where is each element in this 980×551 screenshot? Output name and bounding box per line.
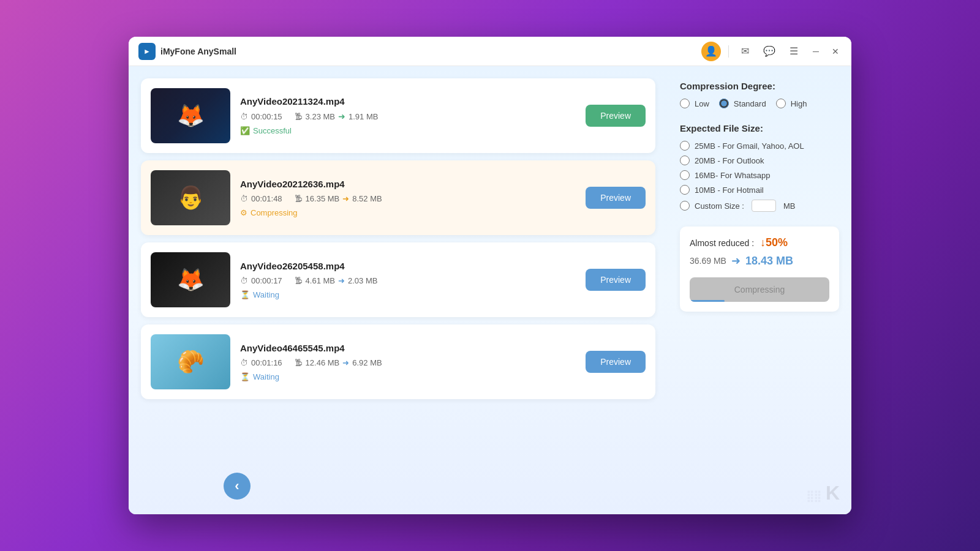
compressed-size: 6.92 MB: [352, 358, 382, 367]
duration-item: ⏱ 00:00:17: [240, 276, 282, 285]
clock-icon: ⏱: [240, 276, 248, 285]
arrow-icon: ➜: [342, 358, 349, 367]
duration: 00:01:16: [251, 358, 282, 367]
file-icon: 🗜: [295, 112, 303, 121]
titlebar-actions: 👤 ✉ 💬 ☰ ─ ✕: [701, 42, 842, 61]
arrow-icon: ➜: [338, 276, 345, 285]
compression-options: Low Standard High: [680, 99, 839, 108]
status-waiting-icon: ⏳: [240, 372, 250, 381]
radio-high[interactable]: High: [776, 99, 807, 108]
duration-item: ⏱ 00:01:48: [240, 194, 282, 203]
size-option-16mb[interactable]: 16MB- For Whatsapp: [680, 170, 839, 180]
radio-standard-input[interactable]: [719, 99, 729, 108]
preview-button[interactable]: Preview: [586, 269, 646, 291]
radio-10mb-input[interactable]: [680, 185, 690, 195]
size-comparison-row: 36.69 MB ➜ 18.43 MB: [690, 254, 829, 268]
size-option-20mb[interactable]: 20MB - For Outlook: [680, 156, 839, 165]
video-meta: ⏱ 00:00:15 🗜 3.23 MB ➜ 1.91 MB: [240, 111, 576, 121]
preview-button[interactable]: Preview: [586, 105, 646, 127]
mail-button[interactable]: ✉: [736, 43, 753, 60]
main-content: 🦊 AnyVideo20211324.mp4 ⏱ 00:00:15 🗜 3.23…: [129, 66, 851, 514]
status-success-icon: ✅: [240, 126, 250, 135]
compress-button-label: Compressing: [734, 285, 785, 294]
video-info: AnyVideo20212636.mp4 ⏱ 00:01:48 🗜 16.35 …: [240, 179, 576, 217]
preview-button[interactable]: Preview: [586, 187, 646, 209]
radio-low-input[interactable]: [680, 99, 690, 108]
size-item: 🗜 3.23 MB ➜ 1.91 MB: [295, 111, 379, 121]
watermark-k: K: [826, 482, 839, 504]
radio-16mb-input[interactable]: [680, 170, 690, 180]
avatar-icon: 👤: [705, 45, 717, 57]
radio-custom-input[interactable]: [680, 201, 690, 211]
radio-25mb-label: 25MB - For Gmail, Yahoo, AOL: [695, 141, 804, 151]
video-card: 🦊 AnyVideo20211324.mp4 ⏱ 00:00:15 🗜 3.23…: [141, 78, 655, 153]
status-badge: ⏳ Waiting: [240, 290, 576, 299]
video-name: AnyVideo20211324.mp4: [240, 96, 576, 107]
duration: 00:00:17: [251, 276, 282, 285]
close-icon: ✕: [832, 47, 839, 56]
video-name: AnyVideo26205458.mp4: [240, 261, 576, 271]
preview-button[interactable]: Preview: [586, 351, 646, 373]
almost-reduced-label: Almost reduced : ↓50%: [690, 236, 829, 249]
custom-size-input[interactable]: [752, 200, 776, 212]
duration-item: ⏱ 00:00:15: [240, 112, 282, 121]
mail-icon: ✉: [741, 45, 749, 57]
menu-icon: ☰: [790, 45, 798, 57]
menu-button[interactable]: ☰: [785, 43, 802, 60]
titlebar: ► iMyFone AnySmall 👤 ✉ 💬 ☰ ─ ✕: [129, 37, 851, 66]
radio-low[interactable]: Low: [680, 99, 709, 108]
file-icon: 🗜: [295, 194, 303, 203]
size-item: 🗜 16.35 MB ➜ 8.52 MB: [295, 194, 382, 203]
avatar-button[interactable]: 👤: [701, 42, 721, 61]
radio-20mb-input[interactable]: [680, 156, 690, 165]
radio-high-input[interactable]: [776, 99, 786, 108]
reduced-percent: ↓50%: [760, 236, 788, 249]
back-button[interactable]: ‹: [224, 473, 251, 500]
status-badge: ⏳ Waiting: [240, 372, 576, 381]
video-thumbnail: 🦊: [151, 252, 230, 307]
app-title: iMyFone AnySmall: [160, 47, 236, 56]
mb-label: MB: [783, 201, 796, 211]
status-badge: ✅ Successful: [240, 126, 576, 135]
file-icon: 🗜: [295, 358, 303, 367]
right-panel: Compression Degree: Low Standard High: [668, 66, 851, 514]
compressed-size: 8.52 MB: [352, 194, 382, 203]
status-badge: ⚙ Compressing: [240, 208, 576, 217]
status-text: Compressing: [251, 208, 298, 217]
compress-button[interactable]: Compressing: [690, 277, 829, 302]
size-arrow-icon: ➜: [731, 254, 741, 268]
watermark-icon: ⣿⣿: [806, 490, 821, 502]
video-card: 🦊 AnyVideo26205458.mp4 ⏱ 00:00:17 🗜 4.61…: [141, 242, 655, 317]
close-button[interactable]: ✕: [829, 45, 842, 58]
compression-result-box: Almost reduced : ↓50% 36.69 MB ➜ 18.43 M…: [680, 227, 839, 312]
status-waiting-icon: ⏳: [240, 290, 250, 299]
size-option-custom[interactable]: Custom Size : MB: [680, 200, 839, 212]
radio-25mb-input[interactable]: [680, 141, 690, 151]
duration-item: ⏱ 00:01:16: [240, 358, 282, 367]
size-option-10mb[interactable]: 10MB - For Hotmail: [680, 185, 839, 195]
radio-standard[interactable]: Standard: [719, 99, 766, 108]
logo-icon: ►: [138, 43, 156, 60]
back-icon: ‹: [235, 478, 239, 494]
minimize-icon: ─: [813, 47, 819, 56]
app-logo: ► iMyFone AnySmall: [138, 43, 236, 60]
video-info: AnyVideo26205458.mp4 ⏱ 00:00:17 🗜 4.61 M…: [240, 261, 576, 299]
status-text: Waiting: [253, 372, 279, 381]
size-item: 🗜 12.46 MB ➜ 6.92 MB: [295, 358, 382, 367]
minimize-button[interactable]: ─: [810, 45, 822, 58]
radio-standard-label: Standard: [734, 99, 766, 108]
video-name: AnyVideo20212636.mp4: [240, 179, 576, 189]
reduced-label-text: Almost reduced :: [690, 238, 754, 248]
original-size: 16.35 MB: [306, 194, 340, 203]
arrow-icon: ➜: [338, 111, 345, 121]
titlebar-divider: [728, 45, 729, 58]
expected-size-label: Expected File Size:: [680, 123, 839, 133]
chat-button[interactable]: 💬: [761, 43, 778, 60]
size-option-25mb[interactable]: 25MB - For Gmail, Yahoo, AOL: [680, 141, 839, 151]
compression-degree-section: Compression Degree: Low Standard High: [680, 81, 839, 108]
chat-icon: 💬: [763, 45, 775, 57]
original-size: 3.23 MB: [306, 112, 335, 121]
original-size: 12.46 MB: [306, 358, 340, 367]
status-compressing-icon: ⚙: [240, 208, 247, 217]
compress-progress-bar: [690, 300, 725, 302]
